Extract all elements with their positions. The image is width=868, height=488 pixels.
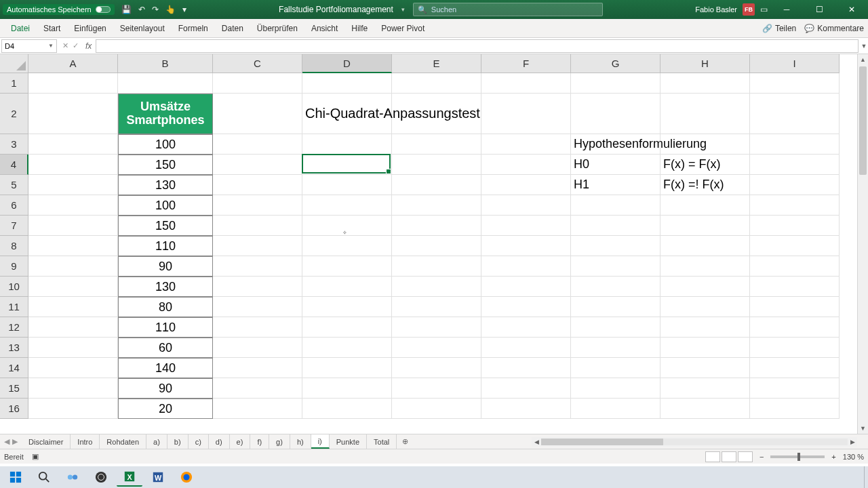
accept-formula-icon[interactable]: ✓ bbox=[73, 41, 79, 50]
tab-hilfe[interactable]: Hilfe bbox=[344, 21, 374, 36]
cell-C4[interactable] bbox=[213, 155, 302, 175]
comments-button[interactable]: 💬 Kommentare bbox=[804, 24, 864, 33]
cancel-formula-icon[interactable]: ✕ bbox=[62, 41, 68, 50]
cell-A2[interactable] bbox=[28, 94, 118, 134]
zoom-in-button[interactable]: + bbox=[831, 453, 835, 461]
cell-D12[interactable] bbox=[302, 317, 392, 338]
cell-F9[interactable] bbox=[481, 256, 571, 277]
cell-B6[interactable]: 100 bbox=[118, 195, 213, 216]
formula-input[interactable] bbox=[96, 39, 859, 53]
cell-B4[interactable]: 150 bbox=[118, 155, 213, 175]
cell-G16[interactable] bbox=[571, 399, 660, 419]
cell-I13[interactable] bbox=[750, 338, 840, 358]
cell-F16[interactable] bbox=[481, 399, 571, 419]
cell-E9[interactable] bbox=[392, 256, 481, 277]
cell-G6[interactable] bbox=[571, 195, 660, 216]
select-all-corner[interactable] bbox=[0, 54, 28, 73]
row-header-6[interactable]: 6 bbox=[0, 195, 28, 216]
cell-G9[interactable] bbox=[571, 256, 660, 277]
col-header-G[interactable]: G bbox=[571, 54, 660, 73]
cell-G12[interactable] bbox=[571, 317, 660, 338]
sheet-tab-Disclaimer[interactable]: Disclaimer bbox=[22, 434, 71, 449]
cell-A9[interactable] bbox=[28, 256, 118, 277]
cells-area[interactable]: UmsätzeSmartphonesChi-Quadrat-Anpassungs… bbox=[28, 73, 857, 434]
title-dropdown-icon[interactable]: ▾ bbox=[401, 6, 405, 13]
cell-E14[interactable] bbox=[392, 358, 481, 378]
qat-more-icon[interactable]: ▾ bbox=[182, 5, 186, 14]
cell-I3[interactable] bbox=[750, 134, 840, 155]
cell-A6[interactable] bbox=[28, 195, 118, 216]
cell-G8[interactable] bbox=[571, 236, 660, 256]
sheet-tab-b[interactable]: b) bbox=[167, 434, 189, 449]
cell-B15[interactable]: 90 bbox=[118, 378, 213, 399]
cell-D7[interactable] bbox=[302, 216, 392, 236]
sheet-tab-g[interactable]: g) bbox=[269, 434, 290, 449]
vertical-scrollbar[interactable]: ▲ ▼ bbox=[857, 54, 868, 434]
cell-G2[interactable] bbox=[571, 94, 660, 134]
cell-A16[interactable] bbox=[28, 399, 118, 419]
maximize-button[interactable]: ☐ bbox=[806, 0, 833, 19]
col-header-A[interactable]: A bbox=[28, 54, 118, 73]
tab-start[interactable]: Start bbox=[37, 21, 67, 36]
cell-C16[interactable] bbox=[213, 399, 302, 419]
document-title[interactable]: Fallstudie Portfoliomanagement bbox=[279, 5, 393, 14]
cell-I11[interactable] bbox=[750, 297, 840, 317]
tab-daten[interactable]: Daten bbox=[215, 21, 250, 36]
scroll-left-icon[interactable]: ◀ bbox=[532, 439, 541, 445]
cell-B5[interactable]: 130 bbox=[118, 175, 213, 195]
cell-D2[interactable]: Chi-Quadrat-Anpassungstest bbox=[302, 94, 392, 134]
name-box[interactable]: D4 ▼ bbox=[1, 39, 57, 53]
row-header-16[interactable]: 16 bbox=[0, 399, 28, 419]
cell-C9[interactable] bbox=[213, 256, 302, 277]
cell-H12[interactable] bbox=[660, 317, 750, 338]
excel-icon[interactable]: X bbox=[117, 468, 142, 487]
minimize-button[interactable]: ─ bbox=[773, 0, 800, 19]
word-icon[interactable]: W bbox=[145, 468, 171, 487]
row-header-13[interactable]: 13 bbox=[0, 338, 28, 358]
col-header-C[interactable]: C bbox=[213, 54, 302, 73]
cell-D14[interactable] bbox=[302, 358, 392, 378]
sheet-tab-h[interactable]: h) bbox=[290, 434, 311, 449]
cell-B16[interactable]: 20 bbox=[118, 399, 213, 419]
cell-G14[interactable] bbox=[571, 358, 660, 378]
cell-C3[interactable] bbox=[213, 134, 302, 155]
zoom-slider[interactable] bbox=[770, 455, 825, 458]
cell-H6[interactable] bbox=[660, 195, 750, 216]
fx-icon[interactable]: fx bbox=[85, 41, 92, 51]
sheet-tab-i[interactable]: i) bbox=[311, 434, 330, 449]
col-header-D[interactable]: D bbox=[302, 54, 392, 73]
cell-I10[interactable] bbox=[750, 277, 840, 297]
cell-D3[interactable] bbox=[302, 134, 392, 155]
cell-A4[interactable] bbox=[28, 155, 118, 175]
cell-A1[interactable] bbox=[28, 73, 118, 94]
row-header-1[interactable]: 1 bbox=[0, 73, 28, 94]
cell-G1[interactable] bbox=[571, 73, 660, 94]
cell-C2[interactable] bbox=[213, 94, 302, 134]
cell-A3[interactable] bbox=[28, 134, 118, 155]
cell-C11[interactable] bbox=[213, 297, 302, 317]
cell-D10[interactable] bbox=[302, 277, 392, 297]
scroll-right-icon[interactable]: ▶ bbox=[848, 439, 857, 445]
col-header-E[interactable]: E bbox=[392, 54, 481, 73]
cell-D15[interactable] bbox=[302, 378, 392, 399]
cell-F10[interactable] bbox=[481, 277, 571, 297]
cell-F14[interactable] bbox=[481, 358, 571, 378]
cell-B14[interactable]: 140 bbox=[118, 358, 213, 378]
cell-H14[interactable] bbox=[660, 358, 750, 378]
cell-B11[interactable]: 80 bbox=[118, 297, 213, 317]
cell-A14[interactable] bbox=[28, 358, 118, 378]
cell-F2[interactable] bbox=[481, 94, 571, 134]
cell-E12[interactable] bbox=[392, 317, 481, 338]
sheet-tab-e[interactable]: e) bbox=[230, 434, 251, 449]
undo-icon[interactable]: ↶ bbox=[138, 5, 145, 14]
cell-A10[interactable] bbox=[28, 277, 118, 297]
cell-G10[interactable] bbox=[571, 277, 660, 297]
row-header-9[interactable]: 9 bbox=[0, 256, 28, 277]
firefox-icon[interactable] bbox=[174, 468, 199, 487]
cell-H13[interactable] bbox=[660, 338, 750, 358]
row-header-3[interactable]: 3 bbox=[0, 134, 28, 155]
cell-H2[interactable] bbox=[660, 94, 750, 134]
cell-E8[interactable] bbox=[392, 236, 481, 256]
sheet-tab-f[interactable]: f) bbox=[250, 434, 269, 449]
tab-power pivot[interactable]: Power Pivot bbox=[374, 21, 431, 36]
